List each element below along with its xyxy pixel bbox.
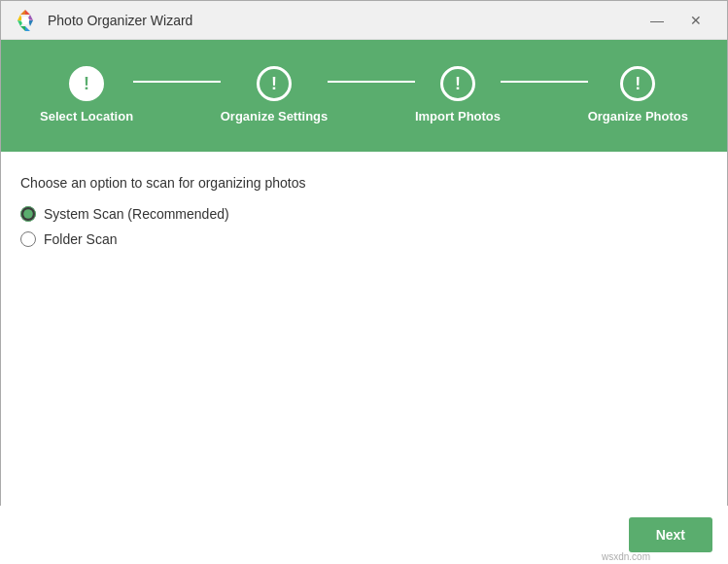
step-circle-organize-settings: !: [257, 66, 292, 101]
svg-marker-0: [25, 10, 30, 15]
step-select-location: !Select Location: [40, 66, 133, 125]
step-label-organize-photos: Organize Photos: [588, 109, 688, 125]
app-logo: [13, 8, 38, 33]
title-controls: — ✕: [638, 6, 715, 35]
radio-option-folder-scan[interactable]: Folder Scan: [20, 231, 708, 247]
step-circle-organize-photos: !: [620, 66, 655, 101]
radio-option-system-scan[interactable]: System Scan (Recommended): [20, 206, 708, 222]
step-label-import-photos: Import Photos: [415, 109, 501, 125]
next-button[interactable]: Next: [629, 517, 712, 552]
svg-point-8: [21, 17, 29, 24]
step-organize-photos: !Organize Photos: [588, 66, 688, 125]
step-circle-select-location: !: [69, 66, 104, 101]
step-connector-0: [133, 81, 221, 83]
step-label-organize-settings: Organize Settings: [221, 109, 329, 125]
minimize-button[interactable]: —: [638, 6, 676, 35]
close-button[interactable]: ✕: [676, 6, 715, 35]
radio-label-folder-scan: Folder Scan: [44, 231, 117, 247]
radio-input-system-scan[interactable]: [20, 206, 36, 222]
app-title: Photo Organizer Wizard: [48, 13, 638, 28]
title-bar: Photo Organizer Wizard — ✕: [1, 1, 727, 40]
step-import-photos: !Import Photos: [415, 66, 501, 125]
step-circle-import-photos: !: [440, 66, 475, 101]
main-content: Choose an option to scan for organizing …: [1, 152, 727, 280]
step-connector-1: [328, 81, 415, 83]
scan-description: Choose an option to scan for organizing …: [20, 175, 708, 191]
radio-options: System Scan (Recommended)Folder Scan: [20, 206, 708, 247]
wizard-header: !Select Location!Organize Settings!Impor…: [1, 40, 727, 152]
footer: Next wsxdn.com: [0, 506, 728, 564]
radio-label-system-scan: System Scan (Recommended): [44, 206, 229, 222]
svg-marker-5: [25, 26, 30, 31]
steps-container: !Select Location!Organize Settings!Impor…: [40, 66, 688, 125]
step-label-select-location: Select Location: [40, 109, 133, 125]
svg-marker-4: [20, 26, 25, 31]
step-organize-settings: !Organize Settings: [221, 66, 329, 125]
radio-input-folder-scan[interactable]: [20, 231, 36, 247]
watermark: wsxdn.com: [602, 551, 650, 562]
svg-marker-1: [20, 10, 25, 15]
step-connector-2: [501, 81, 588, 83]
